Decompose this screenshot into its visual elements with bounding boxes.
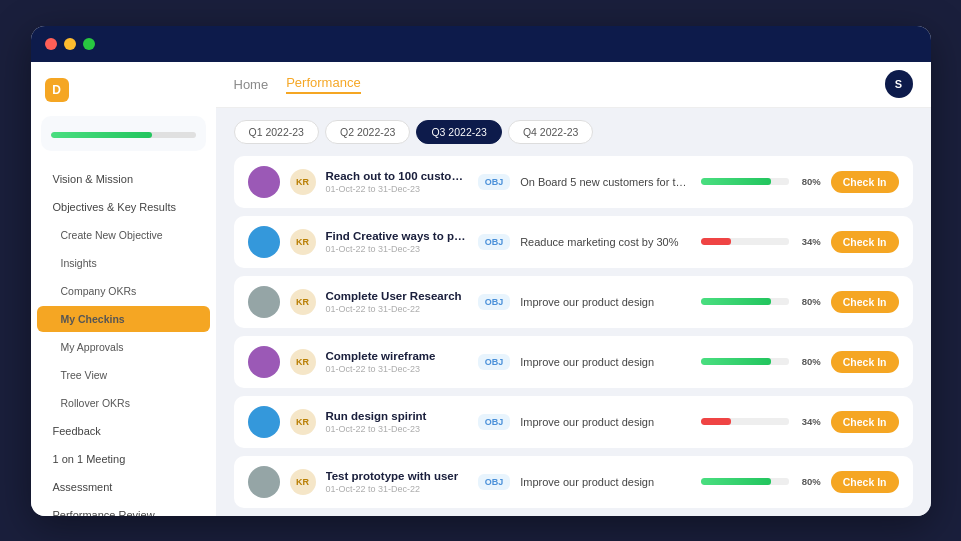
row-goal-4: Improve our product design bbox=[520, 416, 691, 428]
progress-section-0: 80% bbox=[701, 176, 821, 187]
checkin-row-0: KR Reach out to 100 customer using apoll… bbox=[234, 156, 913, 208]
row-goal-2: Improve our product design bbox=[520, 296, 691, 308]
mini-bar-wrap-5 bbox=[701, 478, 789, 485]
kr-badge-0: KR bbox=[290, 169, 316, 195]
row-date-5: 01-Oct-22 to 31-Dec-22 bbox=[326, 484, 468, 494]
row-goal-3: Improve our product design bbox=[520, 356, 691, 368]
q-tab-q4[interactable]: Q4 2022-23 bbox=[508, 120, 593, 144]
sidebar-item-my-approvals[interactable]: My Approvals bbox=[37, 334, 210, 360]
user-progress-fill bbox=[51, 132, 153, 138]
row-date-1: 01-Oct-22 to 31-Dec-23 bbox=[326, 244, 468, 254]
bar-pct-5: 80% bbox=[795, 476, 821, 487]
checkin-row-2: KR Complete User Research 01-Oct-22 to 3… bbox=[234, 276, 913, 328]
mini-bar-wrap-4 bbox=[701, 418, 789, 425]
row-goal-5: Improve our product design bbox=[520, 476, 691, 488]
row-title-5: Test prototype with user bbox=[326, 470, 468, 482]
app-window: D Vision & Mission Objectives & Key Resu… bbox=[31, 26, 931, 516]
topbar-performance[interactable]: Performance bbox=[286, 75, 360, 94]
topbar-home[interactable]: Home bbox=[234, 77, 269, 92]
checkin-btn-5[interactable]: Check In bbox=[831, 471, 899, 493]
obj-badge-3: OBJ bbox=[478, 354, 511, 370]
progress-section-2: 80% bbox=[701, 296, 821, 307]
progress-section-1: 34% bbox=[701, 236, 821, 247]
checkin-row-4: KR Run design spirint 01-Oct-22 to 31-De… bbox=[234, 396, 913, 448]
row-avatar-4 bbox=[248, 406, 280, 438]
bar-pct-4: 34% bbox=[795, 416, 821, 427]
sidebar-item-vision[interactable]: Vision & Mission bbox=[37, 166, 210, 192]
bar-pct-0: 80% bbox=[795, 176, 821, 187]
quarter-tabs: Q1 2022-23 Q2 2022-23 Q3 2022-23 Q4 2022… bbox=[234, 120, 913, 144]
topbar: Home Performance S bbox=[216, 62, 931, 108]
close-dot[interactable] bbox=[45, 38, 57, 50]
row-avatar-1 bbox=[248, 226, 280, 258]
kr-badge-5: KR bbox=[290, 469, 316, 495]
progress-section-4: 34% bbox=[701, 416, 821, 427]
q-tab-q2[interactable]: Q2 2022-23 bbox=[325, 120, 410, 144]
sidebar-item-insights[interactable]: Insights bbox=[37, 250, 210, 276]
mini-bar-fill-5 bbox=[701, 478, 771, 485]
checkin-btn-3[interactable]: Check In bbox=[831, 351, 899, 373]
minimize-dot[interactable] bbox=[64, 38, 76, 50]
row-date-2: 01-Oct-22 to 31-Dec-22 bbox=[326, 304, 468, 314]
row-avatar-0 bbox=[248, 166, 280, 198]
kr-badge-1: KR bbox=[290, 229, 316, 255]
row-title-block-3: Complete wireframe 01-Oct-22 to 31-Dec-2… bbox=[326, 350, 468, 374]
row-title-2: Complete User Research bbox=[326, 290, 468, 302]
progress-section-3: 80% bbox=[701, 356, 821, 367]
obj-badge-5: OBJ bbox=[478, 474, 511, 490]
mini-bar-fill-4 bbox=[701, 418, 731, 425]
obj-badge-4: OBJ bbox=[478, 414, 511, 430]
mini-bar-fill-1 bbox=[701, 238, 731, 245]
sidebar-item-company-okrs[interactable]: Company OKRs bbox=[37, 278, 210, 304]
row-title-block-0: Reach out to 100 customer using apollo.a… bbox=[326, 170, 468, 194]
sidebar-item-performance-review[interactable]: Performance Review bbox=[37, 502, 210, 516]
bar-pct-3: 80% bbox=[795, 356, 821, 367]
checkin-btn-2[interactable]: Check In bbox=[831, 291, 899, 313]
progress-section-5: 80% bbox=[701, 476, 821, 487]
sidebar-item-assessment[interactable]: Assessment bbox=[37, 474, 210, 500]
sidebar-item-feedback[interactable]: Feedback bbox=[37, 418, 210, 444]
mini-bar-wrap-3 bbox=[701, 358, 789, 365]
row-title-0: Reach out to 100 customer using apollo.a… bbox=[326, 170, 468, 182]
sidebar-item-my-checkins[interactable]: My Checkins bbox=[37, 306, 210, 332]
row-title-block-2: Complete User Research 01-Oct-22 to 31-D… bbox=[326, 290, 468, 314]
sidebar-item-tree-view[interactable]: Tree View bbox=[37, 362, 210, 388]
titlebar bbox=[31, 26, 931, 62]
app-body: D Vision & Mission Objectives & Key Resu… bbox=[31, 62, 931, 516]
obj-badge-1: OBJ bbox=[478, 234, 511, 250]
row-avatar-3 bbox=[248, 346, 280, 378]
kr-badge-4: KR bbox=[290, 409, 316, 435]
kr-badge-3: KR bbox=[290, 349, 316, 375]
maximize-dot[interactable] bbox=[83, 38, 95, 50]
row-goal-0: On Board 5 new customers for this Quater bbox=[520, 176, 691, 188]
checkin-list: KR Reach out to 100 customer using apoll… bbox=[234, 156, 913, 508]
mini-bar-wrap-2 bbox=[701, 298, 789, 305]
row-date-3: 01-Oct-22 to 31-Dec-23 bbox=[326, 364, 468, 374]
q-tab-q3[interactable]: Q3 2022-23 bbox=[416, 120, 501, 144]
checkin-btn-1[interactable]: Check In bbox=[831, 231, 899, 253]
row-title-1: Find Creative ways to promote our produc… bbox=[326, 230, 468, 242]
sidebar-item-create-objective[interactable]: Create New Objective bbox=[37, 222, 210, 248]
obj-badge-2: OBJ bbox=[478, 294, 511, 310]
sidebar: D Vision & Mission Objectives & Key Resu… bbox=[31, 62, 216, 516]
row-title-4: Run design spirint bbox=[326, 410, 468, 422]
brand: D bbox=[31, 72, 216, 112]
bar-pct-2: 80% bbox=[795, 296, 821, 307]
sidebar-item-okr[interactable]: Objectives & Key Results bbox=[37, 194, 210, 220]
mini-bar-fill-3 bbox=[701, 358, 771, 365]
row-date-4: 01-Oct-22 to 31-Dec-23 bbox=[326, 424, 468, 434]
row-title-block-1: Find Creative ways to promote our produc… bbox=[326, 230, 468, 254]
topbar-avatar[interactable]: S bbox=[885, 70, 913, 98]
row-goal-1: Readuce marketing cost by 30% bbox=[520, 236, 691, 248]
row-title-3: Complete wireframe bbox=[326, 350, 468, 362]
row-avatar-2 bbox=[248, 286, 280, 318]
kr-badge-2: KR bbox=[290, 289, 316, 315]
sidebar-item-rollover[interactable]: Rollover OKRs bbox=[37, 390, 210, 416]
q-tab-q1[interactable]: Q1 2022-23 bbox=[234, 120, 319, 144]
brand-icon: D bbox=[45, 78, 69, 102]
mini-bar-wrap-1 bbox=[701, 238, 789, 245]
sidebar-item-1on1[interactable]: 1 on 1 Meeting bbox=[37, 446, 210, 472]
checkin-btn-4[interactable]: Check In bbox=[831, 411, 899, 433]
checkin-btn-0[interactable]: Check In bbox=[831, 171, 899, 193]
obj-badge-0: OBJ bbox=[478, 174, 511, 190]
